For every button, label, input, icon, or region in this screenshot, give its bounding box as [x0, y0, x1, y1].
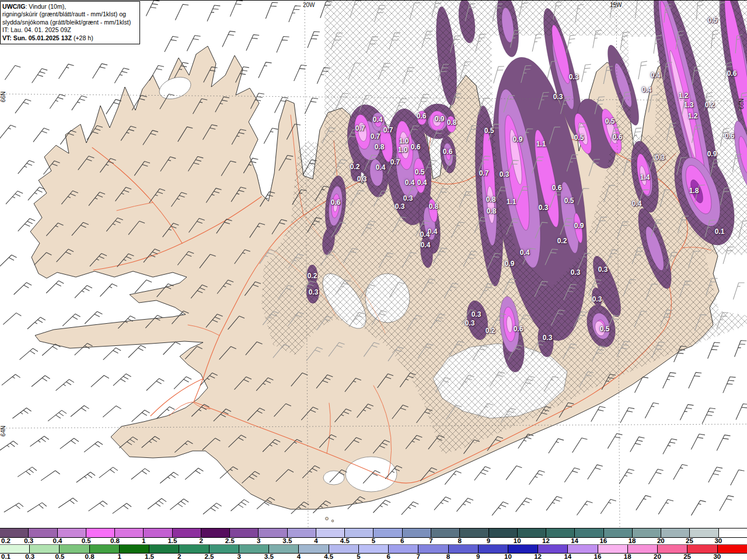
legend-tick-label: 4.5 [324, 554, 333, 560]
legend-tick-label: 25 [683, 554, 691, 560]
legend-color-cell [598, 545, 628, 553]
legend-color-cell [546, 528, 575, 537]
legend-tick-label: 4.5 [340, 538, 350, 545]
legend-tick-label: 18 [629, 538, 636, 545]
legend-tick-label: 12 [542, 538, 550, 545]
legend-tick-label: 3.5 [282, 538, 292, 545]
legend-tick-label: 1.5 [167, 538, 177, 545]
legend-tick-label: 4 [314, 538, 317, 545]
legend-color-cell [658, 545, 687, 553]
legend-tick-label: 5 [357, 554, 360, 560]
iceland-weather-map [0, 1, 747, 528]
legend-tick-label: 0.3 [25, 554, 34, 560]
title-line-1: UWC/IG: Vindur (10m), [2, 3, 138, 10]
legend-color-cell [239, 545, 269, 553]
legend-color-cell [60, 545, 89, 553]
legend-color-cell [149, 545, 179, 553]
legend-tick-label: 0.5 [55, 554, 64, 560]
legend-tick-label: 1.5 [145, 554, 154, 560]
legend-tick-label: 0.8 [85, 554, 95, 560]
legend-color-cell [0, 545, 30, 553]
legend-tick-label: 2 [177, 554, 181, 560]
legend-tick-label: 1 [118, 554, 121, 560]
legend-color-cell [299, 545, 329, 553]
precip-blob-layer [417, 111, 427, 125]
legend-color-cell [460, 528, 488, 537]
legend-color-cell [345, 528, 374, 537]
legend-tick-label: 4 [297, 554, 301, 560]
legend-color-cell [201, 528, 230, 537]
title-box: UWC/IG: Vindur (10m), rigning/skúrir (gr… [0, 1, 140, 44]
legend-tick-label: 30 [713, 554, 721, 560]
legend-color-cell [329, 545, 359, 553]
legend-color-cell [690, 528, 718, 537]
legend-color-cell [661, 528, 690, 537]
legend-tick-label: 20 [657, 538, 665, 545]
legend-tick-label: 2.5 [204, 554, 214, 560]
legend-tick-label: 0.5 [82, 538, 91, 545]
legend-tick-label: 3 [257, 538, 260, 545]
snow-scale-labels: 0.20.30.40.50.811.522.533.544.5567891012… [0, 538, 747, 544]
legend-tick-label: 9 [487, 538, 490, 545]
legend-tick-label: 8 [446, 554, 450, 560]
legend-color-cell [269, 545, 299, 553]
map-canvas: 0.50.30.40.60.40.31.21.30.21.20.40.60.90… [0, 0, 747, 528]
legend-tick-label: 7 [417, 554, 420, 560]
legend-color-cell [30, 545, 60, 553]
legend-tick-label: 9 [476, 554, 480, 560]
legend-tick-label: 14 [564, 554, 571, 560]
legend-color-cell [173, 528, 201, 537]
legend-color-cell [538, 545, 568, 553]
title-line-2: rigning/skúrir (grænt/blátt/rautt - mm/1… [2, 10, 138, 18]
legend-color-cell [568, 545, 598, 553]
legend-tick-label: 2.5 [225, 538, 235, 545]
title-line-4: IT: Lau. 04. 01. 2025 09Z [2, 26, 138, 34]
legend-color-cell [518, 528, 546, 537]
legend-tick-label: 0.3 [24, 538, 33, 545]
legend-tick-label: 0.4 [53, 538, 62, 545]
legend-tick-label: 2 [199, 538, 203, 545]
legend-color-cell [479, 545, 508, 553]
legend-tick-label: 16 [594, 554, 602, 560]
legend-tick-label: 25 [686, 538, 693, 545]
precip-legend: 0.20.30.40.50.811.522.533.544.5567891012… [0, 528, 747, 560]
legend-color-cell [259, 528, 287, 537]
snow-scale-bar [0, 528, 747, 538]
legend-color-cell [687, 545, 717, 553]
title-line-5: VT: Sun. 05.01.2025 13Z (+28 h) [2, 34, 138, 42]
legend-color-cell [719, 528, 747, 537]
legend-color-cell [58, 528, 86, 537]
app-id: UWC/IG [2, 3, 25, 10]
legend-tick-label: 12 [534, 554, 542, 560]
legend-color-cell [389, 545, 418, 553]
legend-tick-label: 6 [386, 554, 390, 560]
legend-color-cell [575, 528, 603, 537]
legend-color-cell [359, 545, 389, 553]
legend-tick-label: 7 [429, 538, 432, 545]
legend-tick-label: 8 [458, 538, 461, 545]
legend-color-cell [144, 528, 172, 537]
legend-color-cell [403, 528, 431, 537]
legend-color-cell [431, 528, 460, 537]
legend-color-cell [508, 545, 538, 553]
legend-tick-label: 30 [714, 538, 722, 545]
legend-tick-label: 3 [237, 554, 240, 560]
legend-color-cell [718, 545, 747, 553]
legend-tick-label: 18 [624, 554, 631, 560]
legend-tick-label: 6 [400, 538, 404, 545]
legend-tick-label: 10 [514, 538, 521, 545]
precip-blob-layer [433, 116, 441, 127]
legend-tick-label: 3.5 [264, 554, 274, 560]
legend-color-cell [230, 528, 259, 537]
legend-color-cell [90, 545, 120, 553]
legend-color-cell [418, 545, 448, 553]
legend-color-cell [449, 545, 479, 553]
legend-tick-label: 0.2 [1, 538, 11, 545]
legend-color-cell [633, 528, 661, 537]
westman-islands [326, 517, 329, 520]
legend-tick-label: 5 [372, 538, 375, 545]
legend-color-cell [288, 528, 316, 537]
legend-color-cell [179, 545, 209, 553]
legend-color-cell [489, 528, 518, 537]
legend-tick-label: 1 [142, 538, 145, 545]
